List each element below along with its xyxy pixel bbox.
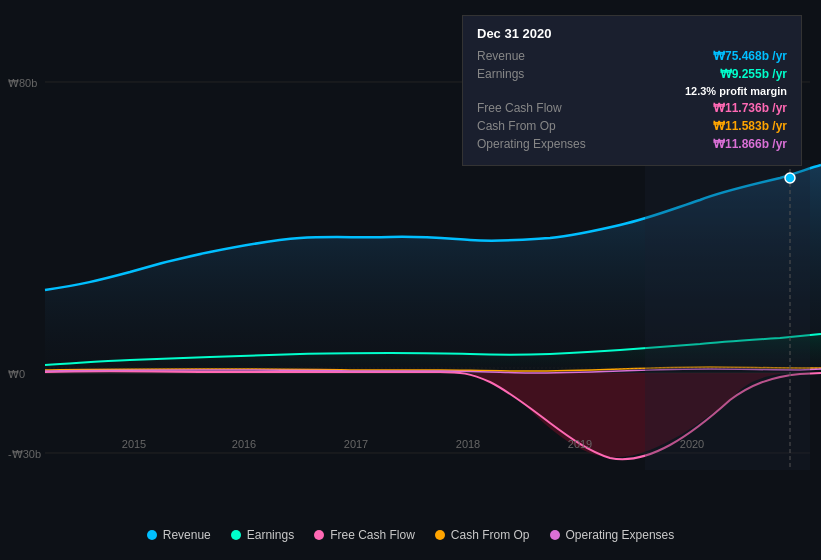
tooltip-earnings-label: Earnings <box>477 67 524 81</box>
legend-revenue-dot <box>147 530 157 540</box>
svg-rect-4 <box>645 160 810 470</box>
legend-opex-dot <box>550 530 560 540</box>
tooltip-opex-label: Operating Expenses <box>477 137 586 151</box>
tooltip-opex-value: ₩11.866b /yr <box>713 137 787 151</box>
legend-fcf-label: Free Cash Flow <box>330 528 415 542</box>
tooltip-date: Dec 31 2020 <box>477 26 787 41</box>
tooltip-row-cashop: Cash From Op ₩11.583b /yr <box>477 119 787 133</box>
x-label-2016: 2016 <box>232 438 256 450</box>
y-label-0: ₩0 <box>8 368 25 381</box>
legend-opex-label: Operating Expenses <box>566 528 675 542</box>
chart-legend: Revenue Earnings Free Cash Flow Cash Fro… <box>0 520 821 550</box>
x-label-2019: 2019 <box>568 438 592 450</box>
tooltip-fcf-value: ₩11.736b /yr <box>713 101 787 115</box>
legend-cashop-label: Cash From Op <box>451 528 530 542</box>
legend-fcf[interactable]: Free Cash Flow <box>314 528 415 542</box>
x-label-2020: 2020 <box>680 438 704 450</box>
tooltip-row-revenue: Revenue ₩75.468b /yr <box>477 49 787 63</box>
legend-opex[interactable]: Operating Expenses <box>550 528 675 542</box>
legend-fcf-dot <box>314 530 324 540</box>
tooltip-fcf-label: Free Cash Flow <box>477 101 562 115</box>
legend-cashop-dot <box>435 530 445 540</box>
y-label-neg30b: -₩30b <box>8 448 41 461</box>
tooltip-row-opex: Operating Expenses ₩11.866b /yr <box>477 137 787 151</box>
tooltip-row-margin: 12.3% profit margin <box>477 85 787 97</box>
tooltip-cashop-label: Cash From Op <box>477 119 556 133</box>
legend-earnings-dot <box>231 530 241 540</box>
x-label-2018: 2018 <box>456 438 480 450</box>
tooltip-row-earnings: Earnings ₩9.255b /yr <box>477 67 787 81</box>
legend-revenue-label: Revenue <box>163 528 211 542</box>
legend-earnings[interactable]: Earnings <box>231 528 294 542</box>
x-label-2017: 2017 <box>344 438 368 450</box>
tooltip-row-fcf: Free Cash Flow ₩11.736b /yr <box>477 101 787 115</box>
legend-cashop[interactable]: Cash From Op <box>435 528 530 542</box>
svg-point-6 <box>785 173 795 183</box>
tooltip-revenue-label: Revenue <box>477 49 525 63</box>
tooltip-revenue-value: ₩75.468b /yr <box>713 49 787 63</box>
y-label-80b: ₩80b <box>8 77 37 90</box>
data-tooltip: Dec 31 2020 Revenue ₩75.468b /yr Earning… <box>462 15 802 166</box>
tooltip-earnings-value: ₩9.255b /yr <box>720 67 787 81</box>
x-label-2015: 2015 <box>122 438 146 450</box>
tooltip-margin-value: 12.3% profit margin <box>685 85 787 97</box>
tooltip-cashop-value: ₩11.583b /yr <box>713 119 787 133</box>
legend-revenue[interactable]: Revenue <box>147 528 211 542</box>
legend-earnings-label: Earnings <box>247 528 294 542</box>
